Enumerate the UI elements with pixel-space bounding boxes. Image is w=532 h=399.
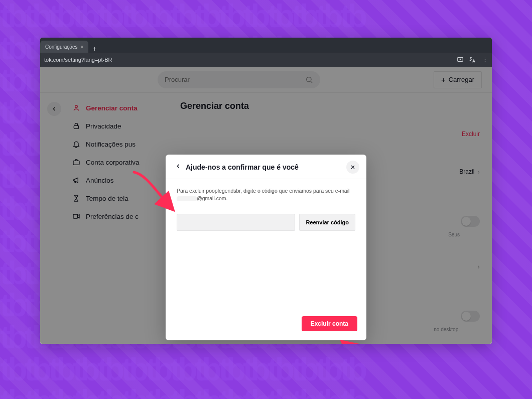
browser-urlbar: tok.com/setting?lang=pt-BR ⋮ xyxy=(40,53,492,67)
modal-body: Para excluir pooplegendsbr, digite o cód… xyxy=(166,179,366,309)
tab-title: Configurações xyxy=(45,44,77,50)
page-content: + Carregar Gerenciar conta xyxy=(40,67,492,344)
url-text[interactable]: tok.com/setting?lang=pt-BR xyxy=(44,57,112,63)
delete-account-button[interactable]: Excluir conta xyxy=(302,316,357,331)
menu-icon[interactable]: ⋮ xyxy=(481,56,488,63)
close-icon xyxy=(350,164,356,170)
close-tab-icon[interactable]: × xyxy=(80,44,83,50)
translate-icon[interactable] xyxy=(469,56,476,63)
redacted-email-prefix xyxy=(177,196,197,201)
browser-tab[interactable]: Configurações × xyxy=(40,41,88,53)
confirm-modal: Ajude-nos a confirmar que é você Para ex… xyxy=(166,155,366,340)
new-tab-button[interactable]: + xyxy=(88,45,100,53)
browser-window: Configurações × + tok.com/setting?lang=p… xyxy=(40,38,492,344)
chevron-left-icon xyxy=(175,163,182,170)
modal-header: Ajude-nos a confirmar que é você xyxy=(166,155,366,179)
modal-title: Ajude-nos a confirmar que é você xyxy=(186,163,299,171)
browser-tabstrip: Configurações × + xyxy=(40,38,492,53)
code-input[interactable] xyxy=(177,214,295,231)
code-row: Reenviar código xyxy=(177,214,355,231)
install-app-icon[interactable] xyxy=(457,56,464,63)
modal-message: Para excluir pooplegendsbr, digite o cód… xyxy=(177,187,355,202)
modal-close-button[interactable] xyxy=(346,161,359,174)
resend-code-button[interactable]: Reenviar código xyxy=(299,214,355,231)
modal-back-button[interactable] xyxy=(175,163,182,172)
modal-footer: Excluir conta xyxy=(166,309,366,340)
